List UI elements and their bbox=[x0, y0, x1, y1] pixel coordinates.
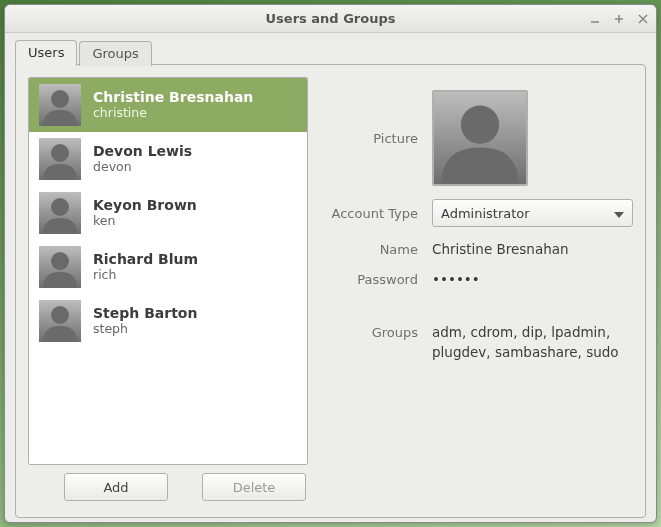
panel-body: Christine Bresnahan christine Devon Lewi… bbox=[28, 77, 633, 465]
user-list-item[interactable]: Devon Lewis devon bbox=[29, 132, 307, 186]
tab-groups[interactable]: Groups bbox=[79, 41, 151, 66]
user-list-item[interactable]: Steph Barton steph bbox=[29, 294, 307, 348]
password-value[interactable]: •••••• bbox=[432, 271, 633, 287]
add-button[interactable]: Add bbox=[64, 473, 168, 501]
user-username: rich bbox=[93, 267, 198, 282]
avatar-icon bbox=[39, 246, 81, 288]
svg-point-5 bbox=[461, 105, 499, 143]
avatar-icon bbox=[39, 300, 81, 342]
user-fullname: Richard Blum bbox=[93, 251, 198, 267]
avatar-icon bbox=[39, 192, 81, 234]
user-username: ken bbox=[93, 213, 197, 228]
close-icon[interactable] bbox=[636, 12, 650, 26]
user-list-item[interactable]: Christine Bresnahan christine bbox=[29, 78, 307, 132]
row-picture: Picture bbox=[322, 83, 633, 193]
delete-button[interactable]: Delete bbox=[202, 473, 306, 501]
picture-button[interactable] bbox=[432, 90, 528, 186]
minimize-icon[interactable] bbox=[588, 12, 602, 26]
tab-strip: Users Groups bbox=[15, 39, 646, 65]
account-type-select[interactable]: Administrator bbox=[432, 199, 633, 227]
svg-point-0 bbox=[51, 90, 69, 108]
row-groups: Groups adm, cdrom, dip, lpadmin, plugdev… bbox=[322, 323, 633, 362]
users-and-groups-window: Users and Groups Users Groups bbox=[4, 4, 657, 523]
avatar-icon bbox=[39, 84, 81, 126]
avatar-icon bbox=[39, 138, 81, 180]
user-list-item[interactable]: Keyon Brown ken bbox=[29, 186, 307, 240]
row-password: Password •••••• bbox=[322, 271, 633, 287]
label-groups: Groups bbox=[322, 323, 432, 340]
user-fullname: Devon Lewis bbox=[93, 143, 192, 159]
row-name: Name Christine Bresnahan bbox=[322, 241, 633, 257]
footer-buttons: Add Delete bbox=[28, 465, 633, 505]
label-account-type: Account Type bbox=[322, 206, 432, 221]
window-title: Users and Groups bbox=[5, 11, 656, 26]
users-tab-panel: Christine Bresnahan christine Devon Lewi… bbox=[15, 64, 646, 518]
user-list-item[interactable]: Richard Blum rich bbox=[29, 240, 307, 294]
content-area: Users Groups Christine Bresnahan christi… bbox=[5, 33, 656, 522]
account-type-value: Administrator bbox=[441, 206, 530, 221]
user-username: steph bbox=[93, 321, 197, 336]
user-list[interactable]: Christine Bresnahan christine Devon Lewi… bbox=[28, 77, 308, 465]
label-name: Name bbox=[322, 242, 432, 257]
user-username: christine bbox=[93, 105, 253, 120]
user-fullname: Steph Barton bbox=[93, 305, 197, 321]
row-account-type: Account Type Administrator bbox=[322, 199, 633, 227]
svg-point-3 bbox=[51, 252, 69, 270]
svg-point-1 bbox=[51, 144, 69, 162]
svg-point-2 bbox=[51, 198, 69, 216]
user-username: devon bbox=[93, 159, 192, 174]
label-password: Password bbox=[322, 272, 432, 287]
window-buttons bbox=[588, 5, 650, 33]
groups-value[interactable]: adm, cdrom, dip, lpadmin, plugdev, samba… bbox=[432, 323, 633, 362]
label-picture: Picture bbox=[322, 131, 432, 146]
titlebar[interactable]: Users and Groups bbox=[5, 5, 656, 33]
chevron-down-icon bbox=[614, 206, 624, 221]
svg-point-4 bbox=[51, 306, 69, 324]
user-details: Picture Account Type Administrator bbox=[322, 77, 633, 465]
user-fullname: Christine Bresnahan bbox=[93, 89, 253, 105]
user-fullname: Keyon Brown bbox=[93, 197, 197, 213]
maximize-icon[interactable] bbox=[612, 12, 626, 26]
name-value[interactable]: Christine Bresnahan bbox=[432, 241, 633, 257]
tab-users[interactable]: Users bbox=[15, 40, 77, 66]
